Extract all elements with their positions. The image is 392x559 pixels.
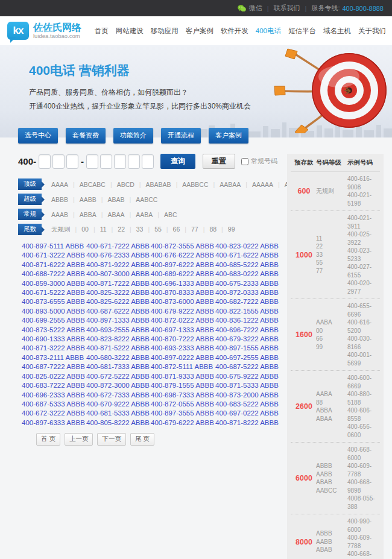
nav-item[interactable]: 客户案例 — [185, 24, 215, 38]
filter-option[interactable]: ABC — [164, 211, 177, 218]
phone-number-link[interactable]: 400-683-5222 ABBB — [215, 400, 280, 409]
phone-number-link[interactable]: 400-897-3555 ABBB — [151, 409, 215, 418]
regular-number-checkbox[interactable] — [241, 158, 248, 165]
phone-number-link[interactable]: 400-681-7333 ABBB — [86, 362, 151, 371]
digit-input[interactable] — [39, 154, 51, 169]
phone-number-link[interactable]: 400-683-0222 ABBB — [215, 270, 280, 279]
phone-number-link[interactable]: 400-873-6555 ABBB — [22, 297, 86, 306]
filter-option[interactable]: AABA — [136, 211, 164, 218]
nav-item[interactable]: 网站建设 — [115, 24, 145, 38]
phone-number-link[interactable]: 400-697-1333 ABBB — [151, 326, 215, 335]
phone-number-link[interactable]: 400-825-0222 ABBB — [22, 372, 86, 381]
phone-number-link[interactable]: 400-672-7333 ABBB — [86, 391, 151, 400]
phone-number-link[interactable]: 400-693-2333 ABBB — [151, 344, 215, 353]
phone-number-link[interactable]: 400-893-5000 ABBB — [22, 307, 86, 316]
phone-number-link[interactable]: 400-873-6000 ABBB — [151, 297, 215, 306]
phone-number-link[interactable]: 400-897-1555 ABBB — [215, 344, 280, 353]
filter-option[interactable]: 11 — [100, 226, 118, 233]
phone-number-link[interactable]: 400-687-7222 ABBB — [22, 362, 86, 371]
phone-number-link[interactable]: 400-897-6222 ABBB — [151, 261, 215, 270]
phone-number-link[interactable]: 400-687-5222 ABBB — [215, 362, 280, 371]
filter-option[interactable]: ABCD — [117, 181, 146, 188]
digit-input[interactable] — [128, 154, 140, 169]
phone-number-link[interactable]: 400-697-0222 ABBB — [215, 409, 280, 418]
phone-number-link[interactable]: 400-671-3222 ABBB — [22, 251, 86, 260]
phone-number-link[interactable]: 400-870-7222 ABBB — [151, 335, 215, 344]
query-button[interactable]: 查询 — [160, 154, 195, 169]
phone-number-link[interactable]: 400-879-1555 ABBB — [151, 381, 215, 390]
phone-number-link[interactable]: 400-682-7222 ABBB — [215, 297, 280, 306]
phone-number-link[interactable]: 400-871-8222 ABBB — [215, 418, 280, 428]
phone-number-link[interactable]: 400-687-6222 ABBB — [86, 307, 151, 316]
filter-option[interactable]: 无规则 — [51, 226, 81, 233]
phone-number-link[interactable]: 400-859-3000 ABBB — [22, 279, 86, 288]
phone-number-link[interactable]: 400-871-5333 ABBB — [215, 381, 280, 390]
digit-input[interactable] — [142, 154, 154, 169]
filter-option[interactable]: 33 — [136, 226, 154, 233]
phone-number-link[interactable]: 400-836-1222 ABBB — [215, 316, 280, 325]
phone-number-link[interactable]: 400-872-0555 ABBB — [151, 400, 215, 409]
phone-number-link[interactable]: 400-679-3222 ABBB — [215, 335, 280, 344]
phone-number-link[interactable]: 400-670-9222 ABBB — [86, 400, 151, 409]
filter-option[interactable]: 66 — [173, 226, 191, 233]
reset-button[interactable]: 重置 — [203, 154, 235, 169]
nav-item[interactable]: 短信平台 — [287, 24, 317, 38]
phone-number-link[interactable]: 400-685-5222 ABBB — [215, 261, 280, 270]
phone-number-link[interactable]: 400-871-5222 ABBB — [86, 344, 151, 353]
phone-number-link[interactable]: 400-825-3222 ABBB — [86, 288, 151, 297]
phone-number-link[interactable]: 400-675-9222 ABBB — [215, 372, 280, 381]
phone-number-link[interactable]: 400-871-9333 ABBB — [151, 372, 215, 381]
digit-input[interactable] — [86, 154, 98, 169]
digit-input[interactable] — [66, 154, 78, 169]
phone-number-link[interactable]: 400-672-5222 ABBB — [86, 372, 151, 381]
filter-option[interactable]: ABAB — [108, 196, 136, 203]
phone-number-link[interactable]: 400-698-7333 ABBB — [151, 391, 215, 400]
topbar-contact-link[interactable]: 联系我们 — [274, 4, 300, 13]
filter-option[interactable]: 77 — [191, 226, 209, 233]
phone-number-link[interactable]: 400-872-5111 ABBB — [151, 362, 215, 371]
banner-tab[interactable]: 开通流程 — [161, 128, 201, 144]
filter-option[interactable]: ABABAB — [146, 181, 183, 188]
filter-option[interactable]: AAAAA — [252, 181, 285, 188]
filter-option[interactable]: 22 — [118, 226, 136, 233]
phone-number-link[interactable]: 400-822-1555 ABBB — [215, 307, 280, 316]
phone-number-link[interactable]: 400-671-5222 ABBB — [22, 288, 86, 297]
phone-number-link[interactable]: 400-805-8222 ABBB — [86, 418, 151, 428]
phone-number-link[interactable]: 400-871-9222 ABBB — [86, 261, 151, 270]
phone-number-link[interactable]: 400-676-6222 ABBB — [151, 251, 215, 260]
phone-number-link[interactable]: 400-690-1333 ABBB — [22, 335, 86, 344]
filter-option[interactable]: ABBB — [51, 196, 80, 203]
digit-input[interactable] — [52, 154, 65, 169]
filter-option[interactable]: AAAA — [51, 181, 80, 188]
filter-option[interactable]: 99 — [228, 226, 235, 233]
digit-input[interactable] — [114, 154, 126, 169]
pagination-button[interactable]: 上一页 — [65, 433, 93, 446]
phone-number-link[interactable]: 400-897-5111 ABBB — [22, 242, 86, 251]
phone-number-link[interactable]: 400-825-6222 ABBB — [86, 297, 151, 306]
phone-number-link[interactable]: 400-697-2555 ABBB — [215, 353, 280, 362]
filter-option[interactable]: AABBCC — [182, 181, 220, 188]
banner-tab[interactable]: 功能简介 — [113, 128, 153, 144]
phone-number-link[interactable]: 400-823-8222 ABBB — [86, 335, 151, 344]
phone-number-link[interactable]: 400-871-3222 ABBB — [22, 344, 86, 353]
filter-option[interactable]: AABB — [80, 196, 108, 203]
filter-option[interactable]: ABCABC — [80, 181, 117, 188]
filter-option[interactable]: 00 — [81, 226, 100, 233]
phone-number-link[interactable]: 400-871-6222 ABBB — [22, 261, 86, 270]
phone-number-link[interactable]: 400-675-2333 ABBB — [215, 279, 280, 288]
filter-option[interactable]: ABAA — [108, 211, 136, 218]
phone-number-link[interactable]: 400-897-1333 ABBB — [86, 316, 151, 325]
topbar-wechat-link[interactable]: 微信 — [249, 4, 262, 13]
phone-number-link[interactable]: 400-871-7222 ABBB — [86, 279, 151, 288]
nav-item[interactable]: 移动应用 — [150, 24, 180, 38]
phone-number-link[interactable]: 400-696-1333 ABBB — [151, 279, 215, 288]
phone-number-link[interactable]: 400-897-0222 ABBB — [151, 353, 215, 362]
filter-option[interactable]: ABBA — [80, 211, 108, 218]
phone-number-link[interactable]: 400-693-2555 ABBB — [86, 326, 151, 335]
banner-tab[interactable]: 选号中心 — [18, 128, 58, 144]
phone-number-link[interactable]: 400-872-3555 ABBB — [151, 242, 215, 251]
phone-number-link[interactable]: 400-671-7222 ABBB — [86, 242, 151, 251]
filter-option[interactable]: AABAA — [220, 181, 252, 188]
phone-number-link[interactable]: 400-676-2333 ABBB — [86, 251, 151, 260]
phone-number-link[interactable]: 400-897-6333 ABBB — [22, 418, 86, 428]
